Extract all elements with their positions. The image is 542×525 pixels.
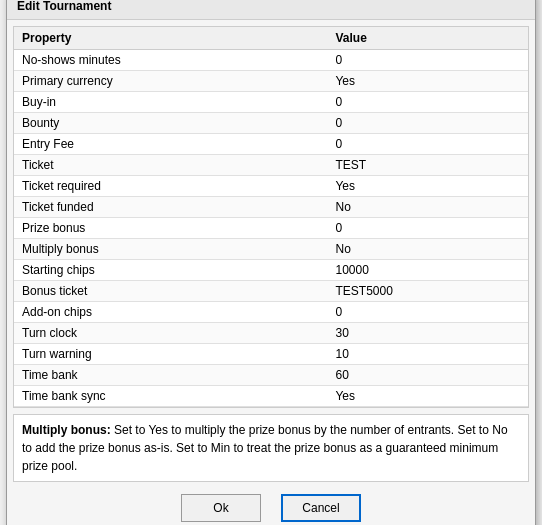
value-cell: Yes xyxy=(327,71,528,92)
value-cell: 30 xyxy=(327,323,528,344)
value-cell: 0 xyxy=(327,218,528,239)
property-cell: Entry Fee xyxy=(14,134,327,155)
button-row: Ok Cancel xyxy=(7,486,535,525)
table-row: Buy-in0 xyxy=(14,92,528,113)
property-cell: Add-on chips xyxy=(14,302,327,323)
title-bar: Edit Tournament xyxy=(7,0,535,20)
value-cell: 0 xyxy=(327,134,528,155)
property-cell: Bonus ticket xyxy=(14,281,327,302)
table-row: TicketTEST xyxy=(14,155,528,176)
table-row: No-shows minutes0 xyxy=(14,50,528,71)
property-cell: Starting chips xyxy=(14,260,327,281)
dialog-title: Edit Tournament xyxy=(17,0,111,13)
property-cell: Ticket funded xyxy=(14,197,327,218)
table-row: Multiply bonusNo xyxy=(14,239,528,260)
properties-table-container[interactable]: Property Value No-shows minutes0Primary … xyxy=(13,26,529,408)
property-cell: Time bank xyxy=(14,365,327,386)
col-header-property: Property xyxy=(14,27,327,50)
value-cell: 10 xyxy=(327,344,528,365)
properties-table: Property Value No-shows minutes0Primary … xyxy=(14,27,528,407)
table-row: Ticket requiredYes xyxy=(14,176,528,197)
value-cell: Yes xyxy=(327,176,528,197)
property-cell: Prize bonus xyxy=(14,218,327,239)
table-row: Entry Fee0 xyxy=(14,134,528,155)
info-box: Multiply bonus: Set to Yes to multiply t… xyxy=(13,414,529,482)
value-cell: 10000 xyxy=(327,260,528,281)
table-row: Add-on chips0 xyxy=(14,302,528,323)
table-row: Bonus ticketTEST5000 xyxy=(14,281,528,302)
value-cell: 60 xyxy=(327,365,528,386)
table-row: Turn clock30 xyxy=(14,323,528,344)
value-cell: No xyxy=(327,197,528,218)
value-cell: 0 xyxy=(327,113,528,134)
table-row: Bounty0 xyxy=(14,113,528,134)
property-cell: Buy-in xyxy=(14,92,327,113)
property-cell: No-shows minutes xyxy=(14,50,327,71)
table-row: Starting chips10000 xyxy=(14,260,528,281)
value-cell: TEST xyxy=(327,155,528,176)
table-row: Time bank syncYes xyxy=(14,386,528,407)
property-cell: Turn clock xyxy=(14,323,327,344)
property-cell: Primary currency xyxy=(14,71,327,92)
property-cell: Turn warning xyxy=(14,344,327,365)
property-cell: Time bank sync xyxy=(14,386,327,407)
property-cell: Ticket required xyxy=(14,176,327,197)
value-cell: Yes xyxy=(327,386,528,407)
value-cell: 0 xyxy=(327,50,528,71)
cancel-button[interactable]: Cancel xyxy=(281,494,361,522)
property-cell: Multiply bonus xyxy=(14,239,327,260)
table-row: Prize bonus0 xyxy=(14,218,528,239)
value-cell: TEST5000 xyxy=(327,281,528,302)
value-cell: 0 xyxy=(327,92,528,113)
ok-button[interactable]: Ok xyxy=(181,494,261,522)
info-label: Multiply bonus: xyxy=(22,423,111,437)
table-row: Ticket fundedNo xyxy=(14,197,528,218)
property-cell: Bounty xyxy=(14,113,327,134)
table-row: Primary currencyYes xyxy=(14,71,528,92)
property-cell: Ticket xyxy=(14,155,327,176)
value-cell: No xyxy=(327,239,528,260)
table-row: Time bank60 xyxy=(14,365,528,386)
col-header-value: Value xyxy=(327,27,528,50)
table-row: Turn warning10 xyxy=(14,344,528,365)
value-cell: 0 xyxy=(327,302,528,323)
edit-tournament-dialog: Edit Tournament Property Value No-shows … xyxy=(6,0,536,525)
